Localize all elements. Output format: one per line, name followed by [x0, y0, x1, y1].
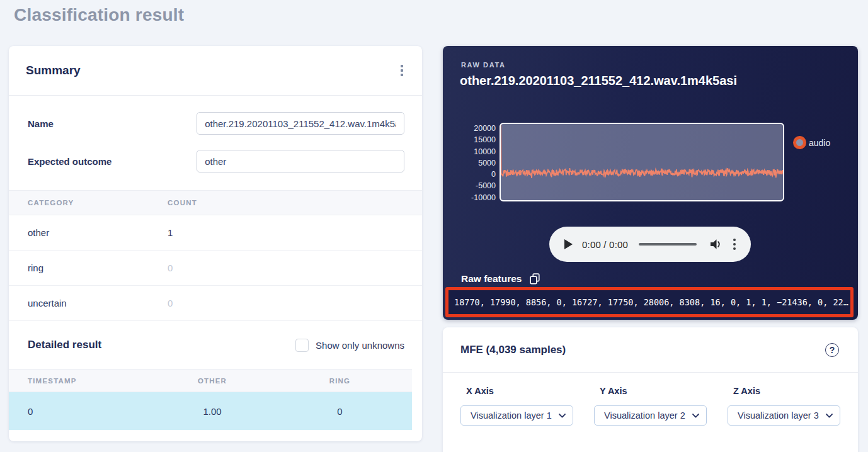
y-axis-select[interactable]: Visualization layer 2 [594, 405, 707, 426]
y-tick-label: 5000 [460, 157, 496, 169]
expected-outcome-label: Expected outcome [28, 156, 197, 167]
waveform-chart[interactable] [500, 123, 784, 201]
category-column-header: CATEGORY [28, 199, 168, 206]
expected-outcome-field-row: Expected outcome [28, 150, 404, 172]
show-only-unknowns-label: Show only unknowns [316, 340, 404, 351]
raw-data-eyebrow: RAW DATA [461, 61, 505, 69]
table-row: uncertain 0 [9, 286, 422, 321]
x-axis-selected-value: Visualization layer 1 [471, 410, 552, 421]
detailed-result-table: TIMESTAMP OTHER RING 0 1.00 0 [9, 369, 412, 430]
playback-time: 0:00 / 0:00 [582, 239, 628, 250]
summary-card: Summary Name Expected outcome CATEGORY C… [9, 46, 422, 441]
category-cell: ring [28, 263, 168, 273]
waveform-y-axis: 20000 15000 10000 5000 0 -5000 -10000 [460, 123, 496, 203]
raw-data-title: other.219.20201103_211552_412.wav.1m4k5a… [460, 74, 737, 88]
mfe-title: MFE (4,039 samples) [460, 344, 566, 356]
raw-features-box[interactable]: 18770, 17990, 8856, 0, 16727, 17750, 280… [445, 287, 854, 317]
table-row: other 1 [9, 215, 422, 251]
y-tick-label: 20000 [460, 123, 496, 134]
waveform-svg [501, 124, 783, 200]
x-axis-select[interactable]: Visualization layer 1 [460, 405, 573, 426]
y-axis-label: Y Axis [600, 386, 707, 396]
chevron-down-icon [559, 414, 566, 418]
count-column-header: COUNT [168, 199, 197, 206]
legend-audio[interactable]: audio [793, 136, 830, 149]
y-tick-label: -5000 [460, 180, 496, 191]
category-table-header: CATEGORY COUNT [9, 190, 422, 215]
name-label: Name [28, 118, 197, 129]
mfe-card-header: MFE (4,039 samples) ? [443, 327, 858, 373]
play-button[interactable] [564, 239, 573, 249]
x-axis-label: X Axis [466, 386, 573, 396]
player-menu-icon[interactable] [731, 236, 738, 252]
y-tick-label: 0 [460, 169, 496, 180]
y-tick-label: -10000 [460, 192, 496, 203]
chevron-down-icon [692, 414, 699, 418]
ring-column-header: RING [268, 377, 412, 385]
y-axis-column: Y Axis Visualization layer 2 [594, 386, 707, 426]
summary-card-header: Summary [9, 46, 422, 96]
other-cell: 1.00 [157, 406, 268, 417]
category-cell: uncertain [28, 298, 168, 308]
ring-cell: 0 [268, 406, 412, 417]
y-axis-selected-value: Visualization layer 2 [604, 410, 685, 421]
z-axis-selected-value: Visualization layer 3 [738, 410, 819, 421]
show-only-unknowns-checkbox[interactable] [295, 339, 309, 352]
volume-icon[interactable] [709, 237, 722, 251]
detailed-result-header: Detailed result Show only unknowns [9, 321, 422, 369]
help-icon[interactable]: ? [825, 343, 839, 357]
raw-features-row: Raw features [461, 273, 540, 285]
z-axis-select[interactable]: Visualization layer 3 [728, 405, 840, 426]
y-tick-label: 15000 [460, 134, 496, 145]
raw-features-label: Raw features [461, 273, 522, 285]
seek-slider[interactable] [639, 243, 697, 246]
audio-player[interactable]: 0:00 / 0:00 [549, 227, 751, 262]
legend-label: audio [809, 138, 830, 148]
chevron-down-icon [826, 414, 833, 418]
raw-features-value: 18770, 17990, 8856, 0, 16727, 17750, 280… [448, 297, 854, 307]
z-axis-label: Z Axis [733, 386, 840, 396]
table-row-selected[interactable]: 0 1.00 0 [9, 392, 412, 430]
axes-row: X Axis Visualization layer 1 Y Axis Visu… [443, 373, 858, 426]
summary-form: Name Expected outcome [9, 96, 422, 190]
x-axis-column: X Axis Visualization layer 1 [460, 386, 573, 426]
show-only-unknowns-toggle[interactable]: Show only unknowns [295, 339, 404, 352]
other-column-header: OTHER [157, 377, 268, 385]
z-axis-column: Z Axis Visualization layer 3 [728, 386, 840, 426]
summary-title: Summary [26, 64, 81, 77]
legend-dot-icon [793, 136, 806, 149]
name-field-row: Name [28, 112, 404, 135]
kebab-menu-icon[interactable] [398, 62, 406, 79]
expected-outcome-input[interactable] [197, 150, 404, 172]
table-row: ring 0 [9, 251, 422, 286]
name-input[interactable] [197, 112, 404, 135]
timestamp-cell: 0 [9, 406, 157, 417]
raw-data-card: RAW DATA other.219.20201103_211552_412.w… [443, 46, 858, 320]
page-title: Classification result [14, 5, 184, 25]
detailed-result-title: Detailed result [28, 339, 101, 351]
y-tick-label: 10000 [460, 146, 496, 157]
timestamp-column-header: TIMESTAMP [9, 377, 157, 385]
copy-icon[interactable] [530, 273, 540, 285]
count-cell: 0 [168, 298, 173, 308]
count-cell: 1 [168, 227, 173, 238]
mfe-card: MFE (4,039 samples) ? X Axis Visualizati… [443, 327, 858, 452]
count-cell: 0 [168, 263, 173, 273]
detailed-table-header: TIMESTAMP OTHER RING [9, 369, 412, 392]
category-cell: other [28, 227, 168, 238]
